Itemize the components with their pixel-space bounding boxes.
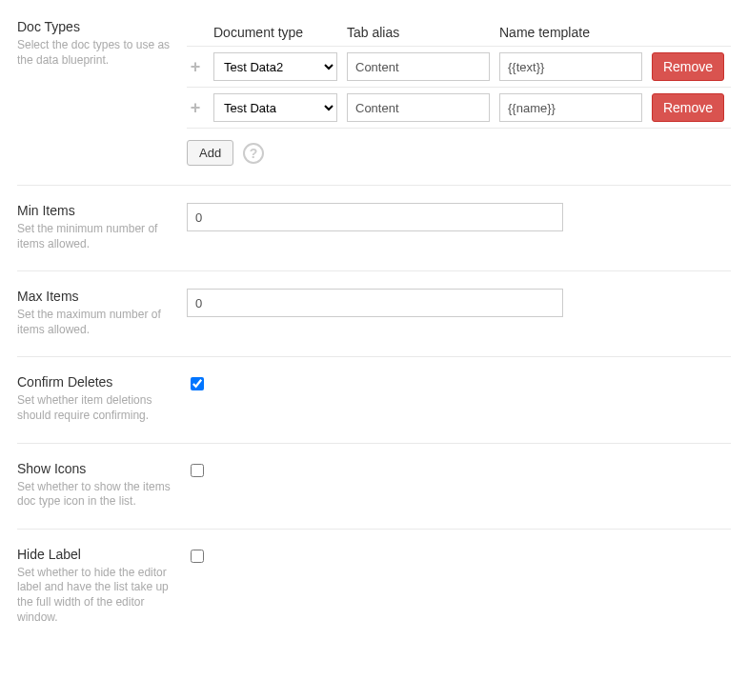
confirm-deletes-desc: Set whether item deletions should requir… bbox=[17, 393, 173, 423]
header-tab-alias: Tab alias bbox=[347, 25, 490, 40]
doctypes-desc: Select the doc types to use as the data … bbox=[17, 38, 173, 68]
hide-label-checkbox[interactable] bbox=[191, 550, 204, 563]
min-items-desc: Set the minimum number of items allowed. bbox=[17, 222, 173, 251]
remove-button[interactable]: Remove bbox=[652, 93, 724, 122]
doctypes-title: Doc Types bbox=[17, 19, 173, 34]
document-type-select[interactable]: Test Data bbox=[213, 93, 337, 122]
hide-label-desc: Set whether to hide the editor label and… bbox=[17, 566, 173, 625]
show-icons-title: Show Icons bbox=[17, 461, 173, 476]
header-document-type: Document type bbox=[213, 25, 337, 40]
drag-handle-icon[interactable]: + bbox=[191, 58, 201, 75]
hide-label-title: Hide Label bbox=[17, 547, 173, 562]
tab-alias-input[interactable] bbox=[347, 93, 490, 122]
max-items-input[interactable] bbox=[187, 289, 563, 317]
min-items-title: Min Items bbox=[17, 203, 173, 218]
header-name-template: Name template bbox=[499, 25, 642, 40]
add-button[interactable]: Add bbox=[187, 140, 233, 166]
remove-button[interactable]: Remove bbox=[652, 52, 724, 81]
name-template-input[interactable] bbox=[499, 93, 642, 122]
name-template-input[interactable] bbox=[499, 52, 642, 81]
confirm-deletes-title: Confirm Deletes bbox=[17, 374, 173, 390]
doctype-row: + Test Data2 Remove bbox=[187, 46, 731, 88]
show-icons-desc: Set whether to show the items doc type i… bbox=[17, 480, 173, 510]
show-icons-checkbox[interactable] bbox=[191, 464, 204, 477]
max-items-desc: Set the maximum number of items allowed. bbox=[17, 308, 173, 337]
help-icon[interactable]: ? bbox=[243, 143, 264, 164]
document-type-select[interactable]: Test Data2 bbox=[213, 52, 337, 81]
tab-alias-input[interactable] bbox=[347, 52, 490, 81]
drag-handle-icon[interactable]: + bbox=[191, 99, 201, 116]
min-items-input[interactable] bbox=[187, 203, 563, 231]
doctype-row: + Test Data Remove bbox=[187, 88, 731, 129]
max-items-title: Max Items bbox=[17, 289, 173, 304]
confirm-deletes-checkbox[interactable] bbox=[191, 377, 204, 390]
